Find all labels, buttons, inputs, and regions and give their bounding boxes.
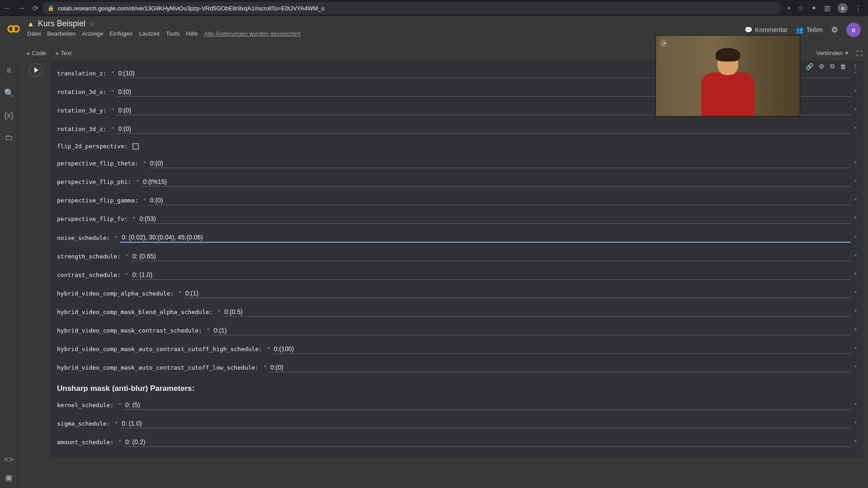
cell-settings-icon[interactable]: ⚙ [819,63,825,70]
menu-tools[interactable]: Tools [166,30,179,37]
menu-laufzeit[interactable]: Laufzeit [139,30,160,37]
notebook-area[interactable]: ↑ ↓ 🔗 ⚙ ⧉ 🗑 ⋮ translation_z:""rotation_3… [18,61,868,488]
param-label: rotation_3d_y: [57,107,107,114]
param-input[interactable] [141,177,851,187]
menu-bearbeiten[interactable]: Bearbeiten [47,30,75,37]
link-icon[interactable]: 🔗 [806,63,813,70]
quote-icon: " [111,126,115,132]
plus-icon: + [26,49,30,57]
param-input[interactable] [222,307,851,317]
param-label: rotation_3d_x: [57,89,107,95]
param-input[interactable] [212,326,851,335]
expand-icon[interactable]: ⛶ [856,50,863,57]
quote-icon: " [854,402,857,408]
forward-icon[interactable]: → [18,4,25,12]
param-input[interactable] [131,252,851,261]
quote-icon: " [111,107,115,114]
param-row: hybrid_video_comp_mask_contrast_schedule… [57,321,857,340]
colab-logo-icon[interactable] [5,21,22,37]
share-button[interactable]: 👥 Teilen [796,26,823,33]
settings-icon[interactable]: ⚙ [831,25,838,35]
add-text-button[interactable]: + Text [51,47,76,59]
variables-icon[interactable]: {x} [4,111,14,120]
param-input[interactable] [137,214,851,224]
menu-anzeige[interactable]: Anzeige [82,30,103,37]
quote-icon: " [854,346,857,352]
side-panel-icon[interactable]: ▥ [824,4,830,12]
quote-icon: " [217,309,221,315]
kebab-icon[interactable]: ⋮ [855,4,862,12]
colab-avatar[interactable]: a [846,23,861,37]
param-input[interactable] [184,289,851,298]
connect-label: Verbinden [816,50,843,56]
reload-icon[interactable]: ⟳ [33,4,38,13]
lock-icon: 🔒 [47,5,54,11]
back-icon[interactable]: ← [4,4,11,12]
quote-icon: " [132,216,136,222]
param-row: hybrid_video_comp_mask_blend_alpha_sched… [57,303,857,321]
quote-icon: " [263,364,267,371]
cell-more-icon[interactable]: ⋮ [852,63,858,70]
param-input[interactable] [123,437,851,447]
param-checkbox[interactable] [132,143,139,150]
url-bar[interactable]: 🔒 colab.research.google.com/drive/13G9KH… [42,2,781,14]
comment-icon: 💬 [745,26,752,33]
quote-icon: " [854,197,857,204]
param-label: amount_schedule: [57,439,113,446]
param-input[interactable] [272,344,851,354]
quote-icon: " [114,235,118,241]
param-label: perspective_flip_fv: [57,216,128,222]
param-row: noise_schedule:"" [57,228,857,247]
plus-icon: + [55,49,59,57]
translate-icon[interactable]: ⌖ [787,4,791,12]
terminal-icon[interactable]: ▣ [5,473,13,483]
code-snippets-icon[interactable]: <> [4,455,14,465]
extensions-icon[interactable]: ✦ [811,4,817,12]
param-label: noise_schedule: [57,235,110,241]
title-star-icon[interactable]: ☆ [89,19,95,28]
connect-button[interactable]: Verbinden ▼ [813,48,853,58]
quote-icon: " [143,160,146,167]
param-label: hybrid_video_comp_mask_blend_alpha_sched… [57,309,212,315]
param-label: perspective_flip_phi: [57,178,131,185]
quote-icon: " [267,346,270,352]
webcam-overlay[interactable]: ↗ [656,35,800,117]
toc-icon[interactable]: ≡ [6,66,11,75]
quote-icon: " [854,89,857,95]
browser-avatar[interactable]: a [838,3,848,13]
search-icon[interactable]: 🔍 [4,88,14,98]
param-row: hybrid_video_comp_mask_auto_contrast_cut… [57,358,857,377]
url-text: colab.research.google.com/drive/13G9KHyM… [58,5,325,12]
param-input[interactable] [123,400,851,410]
menu-hilfe[interactable]: Hilfe [186,30,198,37]
param-input[interactable] [116,124,851,134]
saved-status[interactable]: Alle Änderungen wurden gespeichert [204,30,300,37]
comment-button[interactable]: 💬 Kommentar [745,26,788,33]
quote-icon: " [854,235,857,241]
files-icon[interactable]: 🗀 [5,133,13,142]
browser-chrome: ← → ⟳ 🔒 colab.research.google.com/drive/… [0,0,868,16]
notebook-title[interactable]: Kurs Beispiel [38,19,85,28]
run-cell-button[interactable] [29,63,42,77]
param-row: hybrid_video_comp_mask_auto_contrast_cut… [57,340,857,358]
param-input[interactable] [120,419,851,428]
webcam-expand-icon[interactable]: ↗ [660,39,668,47]
mirror-icon[interactable]: ⧉ [830,62,835,70]
quote-icon: " [114,420,118,427]
param-input[interactable] [131,270,851,280]
param-row: contrast_schedule:"" [57,266,857,284]
param-input[interactable] [269,363,851,372]
star-icon[interactable]: ☆ [798,4,804,12]
webcam-person [698,49,757,117]
param-input[interactable] [148,196,851,205]
param-input[interactable] [148,159,851,168]
param-row: perspective_flip_gamma:"" [57,191,857,210]
delete-cell-icon[interactable]: 🗑 [840,63,846,70]
param-input[interactable] [120,233,851,243]
menu-datei[interactable]: Datei [27,30,41,37]
quote-icon: " [854,178,857,185]
quote-icon: " [854,309,857,315]
menu-einfuegen[interactable]: Einfügen [109,30,132,37]
add-code-button[interactable]: + Code [22,47,51,59]
param-label: perspective_flip_theta: [57,160,138,167]
